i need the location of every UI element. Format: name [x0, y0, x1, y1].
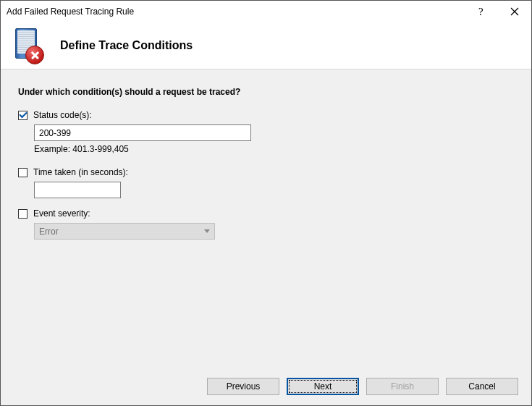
- chevron-down-icon: [204, 229, 210, 233]
- prompt-text: Under which condition(s) should a reques…: [18, 87, 514, 97]
- close-icon: [510, 7, 519, 16]
- event-severity-label: Event severity:: [33, 208, 90, 219]
- status-codes-example: Example: 401.3-999,405: [34, 144, 514, 154]
- help-button[interactable]: ?: [465, 1, 498, 22]
- status-codes-checkbox[interactable]: [18, 111, 28, 120]
- next-button[interactable]: Next: [287, 378, 359, 395]
- event-severity-select: Error: [34, 223, 215, 240]
- cancel-button[interactable]: Cancel: [446, 378, 518, 395]
- event-severity-checkbox[interactable]: [18, 209, 28, 219]
- finish-button: Finish: [366, 378, 439, 395]
- wizard-header: Define Trace Conditions: [1, 22, 531, 69]
- time-taken-input[interactable]: [34, 182, 121, 198]
- wizard-dialog: Add Failed Request Tracing Rule ? Define…: [0, 0, 532, 406]
- svg-text:?: ?: [478, 6, 484, 17]
- status-codes-input[interactable]: [34, 124, 251, 141]
- error-badge-icon: [25, 46, 44, 64]
- titlebar: Add Failed Request Tracing Rule ?: [1, 1, 531, 22]
- previous-button[interactable]: Previous: [207, 378, 279, 395]
- time-taken-label: Time taken (in seconds):: [33, 167, 128, 177]
- time-taken-checkbox[interactable]: [18, 168, 28, 177]
- wizard-icon: [12, 28, 47, 63]
- page-title: Define Trace Conditions: [60, 39, 193, 52]
- status-codes-label: Status code(s):: [33, 110, 92, 120]
- wizard-body: Under which condition(s) should a reques…: [1, 69, 531, 368]
- event-severity-value: Error: [39, 227, 59, 237]
- wizard-footer: Previous Next Finish Cancel: [1, 368, 531, 405]
- close-button[interactable]: [498, 1, 531, 22]
- window-title: Add Failed Request Tracing Rule: [7, 7, 465, 17]
